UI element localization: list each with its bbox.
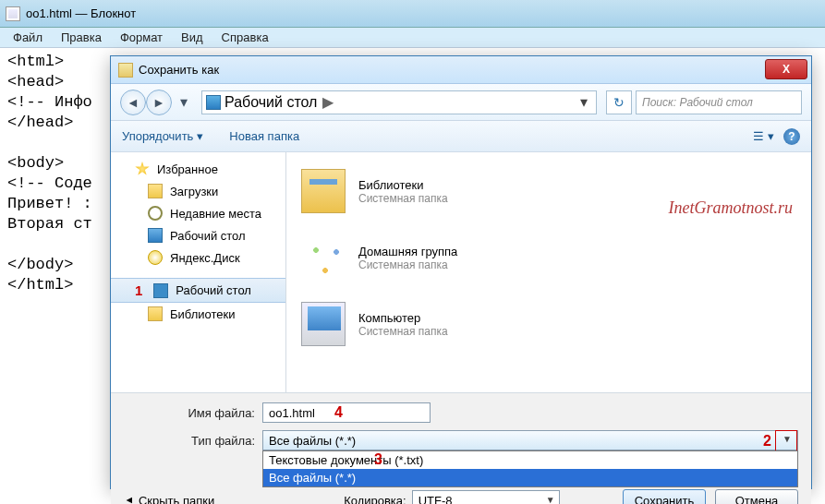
- encoding-label: Кодировка:: [344, 494, 406, 505]
- sidebar-desktop[interactable]: Рабочий стол: [111, 224, 285, 246]
- notepad-icon: [6, 6, 20, 21]
- sidebar-item-label: Недавние места: [170, 207, 261, 221]
- nav-history-dropdown[interactable]: ▾: [176, 90, 192, 115]
- option-label: Все файлы (*.*): [269, 471, 356, 485]
- notepad-title: oo1.html — Блокнот: [26, 6, 136, 20]
- chevron-down-icon: ▾: [768, 129, 774, 143]
- menu-view[interactable]: Вид: [172, 29, 212, 46]
- hide-folders-label: Скрыть папки: [139, 494, 214, 505]
- close-button[interactable]: X: [765, 59, 807, 79]
- filename-input[interactable]: [262, 402, 431, 423]
- item-subtitle: Системная папка: [358, 192, 448, 205]
- filename-label: Имя файла:: [124, 406, 262, 420]
- sidebar-item-label: Рабочий стол: [176, 283, 251, 297]
- item-homegroup[interactable]: Домашняя группаСистемная папка: [297, 224, 800, 291]
- clock-icon: [148, 206, 163, 221]
- sidebar-item-label: Избранное: [157, 162, 218, 176]
- breadcrumb[interactable]: Рабочий стол ▶ ▾: [201, 90, 597, 114]
- sidebar-downloads[interactable]: Загрузки: [111, 180, 285, 202]
- item-title: Домашняя группа: [358, 245, 457, 258]
- desktop-icon: [206, 95, 221, 110]
- refresh-button[interactable]: ↻: [606, 90, 632, 114]
- save-as-dialog: Сохранить как X ◄ ► ▾ Рабочий стол ▶ ▾ ↻…: [110, 55, 812, 489]
- desktop-icon: [153, 283, 168, 298]
- disk-icon: [148, 250, 163, 265]
- sidebar-desktop-selected[interactable]: 1Рабочий стол: [111, 278, 285, 303]
- dialog-icon: [118, 63, 133, 78]
- dialog-title: Сохранить как: [139, 63, 219, 77]
- notepad-titlebar: oo1.html — Блокнот: [0, 0, 825, 28]
- folder-icon: [148, 306, 163, 321]
- item-subtitle: Системная папка: [358, 258, 457, 271]
- filetype-dropdown-list: Текстовые документы (*.txt) Все файлы (*…: [262, 450, 798, 487]
- view-icon: ☰: [753, 129, 764, 143]
- encoding-select[interactable]: UTF-8: [412, 490, 560, 504]
- hide-folders-button[interactable]: ▲ Скрыть папки: [124, 494, 214, 505]
- item-subtitle: Системная папка: [358, 325, 448, 338]
- menu-help[interactable]: Справка: [212, 29, 278, 46]
- sidebar-item-label: Загрузки: [170, 185, 218, 198]
- breadcrumb-arrow[interactable]: ▶: [321, 93, 335, 111]
- view-mode-button[interactable]: ☰ ▾: [753, 129, 774, 143]
- folder-icon: [148, 184, 163, 198]
- nav-bar: ◄ ► ▾ Рабочий стол ▶ ▾ ↻ Поиск: Рабочий …: [111, 84, 811, 121]
- dialog-toolbar: Упорядочить ▾ Новая папка ☰ ▾ ?: [111, 121, 811, 152]
- chevron-up-icon: ▲: [123, 496, 134, 504]
- filetype-label: Тип файла:: [124, 434, 262, 448]
- annotation-2-box: [775, 430, 797, 452]
- filetype-select[interactable]: Все файлы (*.*) 2: [262, 430, 798, 450]
- breadcrumb-location[interactable]: Рабочий стол: [224, 94, 317, 111]
- nav-forward-button[interactable]: ►: [146, 90, 172, 115]
- dialog-titlebar: Сохранить как X: [111, 56, 811, 84]
- sidebar: Избранное Загрузки Недавние места Рабочи…: [111, 152, 286, 392]
- sidebar-libraries[interactable]: Библиотеки: [111, 303, 285, 325]
- menu-format[interactable]: Формат: [111, 29, 172, 46]
- sidebar-item-label: Рабочий стол: [170, 229, 246, 243]
- sidebar-yadisk[interactable]: Яндекс.Диск: [111, 246, 285, 269]
- chevron-down-icon: ▾: [197, 129, 203, 143]
- help-button[interactable]: ?: [783, 128, 800, 145]
- computer-icon: [301, 302, 346, 346]
- organize-label: Упорядочить: [122, 129, 193, 143]
- new-folder-button[interactable]: Новая папка: [229, 129, 299, 143]
- notepad-menubar: Файл Правка Формат Вид Справка: [0, 28, 825, 48]
- content-pane: InetGramotnost.ru БиблиотекиСистемная па…: [286, 152, 811, 392]
- nav-back-button[interactable]: ◄: [120, 90, 146, 115]
- filetype-option-txt[interactable]: Текстовые документы (*.txt): [263, 451, 797, 469]
- item-title: Компьютер: [358, 311, 448, 325]
- cancel-button[interactable]: Отмена: [715, 489, 798, 504]
- desktop-icon: [148, 228, 163, 243]
- item-title: Библиотеки: [358, 178, 448, 192]
- item-computer[interactable]: КомпьютерСистемная папка: [297, 291, 800, 357]
- menu-file[interactable]: Файл: [4, 29, 52, 46]
- filetype-option-all[interactable]: Все файлы (*.*) 3: [263, 469, 797, 486]
- annotation-1: 1: [135, 282, 142, 298]
- annotation-3: 3: [374, 451, 382, 468]
- encoding-value: UTF-8: [419, 494, 453, 505]
- sidebar-item-label: Библиотеки: [170, 307, 235, 321]
- watermark: InetGramotnost.ru: [669, 198, 794, 218]
- filetype-value: Все файлы (*.*): [269, 434, 356, 448]
- sidebar-favorites[interactable]: Избранное: [111, 158, 285, 180]
- annotation-4: 4: [334, 404, 343, 421]
- sidebar-item-label: Яндекс.Диск: [170, 251, 240, 265]
- libraries-icon: [301, 169, 346, 213]
- organize-button[interactable]: Упорядочить ▾: [122, 129, 203, 143]
- homegroup-icon: [301, 235, 346, 280]
- annotation-2: 2: [763, 433, 771, 450]
- dialog-main: Избранное Загрузки Недавние места Рабочи…: [111, 152, 811, 392]
- breadcrumb-dropdown[interactable]: ▾: [576, 93, 592, 111]
- save-button[interactable]: Сохранить: [623, 489, 706, 504]
- menu-edit[interactable]: Правка: [52, 29, 111, 46]
- search-input[interactable]: Поиск: Рабочий стол: [636, 90, 802, 114]
- sidebar-recent[interactable]: Недавние места: [111, 202, 285, 224]
- star-icon: [135, 162, 150, 176]
- dialog-bottom: Имя файла: 4 Тип файла: Все файлы (*.*) …: [111, 392, 811, 504]
